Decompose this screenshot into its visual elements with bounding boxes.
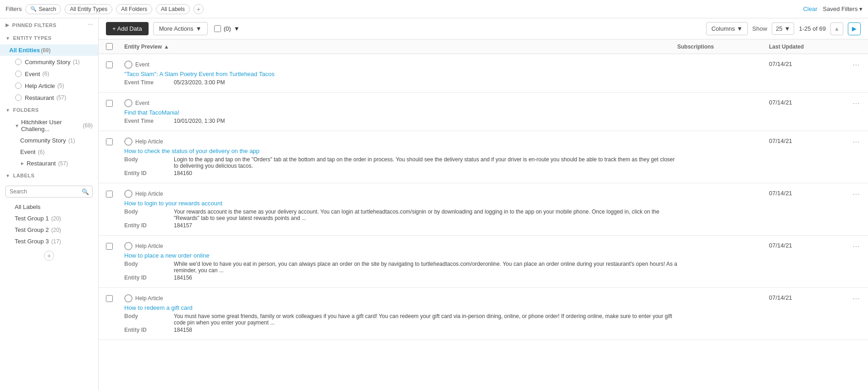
entity-meta: BodyLogin to the app and tap on the "Ord… xyxy=(124,156,677,176)
entity-types-header[interactable]: ▼ ENTITY TYPES xyxy=(0,32,98,44)
last-updated-cell: 07/14/21 xyxy=(769,137,842,144)
sidebar-item-help-article[interactable]: Help Article (5) xyxy=(0,80,98,92)
sidebar-item-community-story[interactable]: Community Story (1) xyxy=(0,56,98,68)
sidebar-label-item[interactable]: Test Group 1 (20) xyxy=(0,213,98,224)
meta-label: Body xyxy=(124,156,170,169)
entity-type-icon xyxy=(124,190,133,198)
more-actions-button[interactable]: More Actions ▼ xyxy=(153,22,208,35)
entity-type-icon xyxy=(15,82,22,89)
row-checkbox[interactable] xyxy=(106,295,113,302)
columns-button[interactable]: Columns ▼ xyxy=(706,22,747,35)
all-entity-types-pill[interactable]: All Entity Types xyxy=(65,4,112,14)
table-row: Help Article How to redeem a gift card B… xyxy=(99,288,868,340)
row-checkbox-area xyxy=(106,60,124,70)
row-actions-button[interactable]: ⋯ xyxy=(842,294,861,303)
entity-preview-cell: Help Article How to check the status of … xyxy=(124,137,677,176)
entity-title-link[interactable]: How to check the status of your delivery… xyxy=(124,148,677,154)
sidebar-folder-child-item[interactable]: Event (6) xyxy=(0,146,98,158)
entity-preview-cell: Event "Taco Slam": A Slam Poetry Event f… xyxy=(124,60,677,86)
sidebar-item-restaurant[interactable]: Restaurant (57) xyxy=(0,92,98,104)
table-row: Help Article How to place a new order on… xyxy=(99,236,868,288)
entity-type-label: Event xyxy=(135,100,149,106)
entity-preview-label: Entity Preview xyxy=(124,44,162,50)
show-label: Show xyxy=(752,25,768,32)
search-pill[interactable]: 🔍 Search xyxy=(25,4,61,14)
row-checkbox[interactable] xyxy=(106,191,113,198)
row-actions-button[interactable]: ⋯ xyxy=(842,190,861,198)
entity-preview-cell: Help Article How to redeem a gift card B… xyxy=(124,294,677,333)
bulk-select-checkbox[interactable] xyxy=(214,25,221,32)
add-data-button[interactable]: + Add Data xyxy=(106,22,149,35)
filters-label: Filters xyxy=(6,5,22,12)
row-actions-button[interactable]: ⋯ xyxy=(842,60,861,69)
add-filter-button[interactable]: + xyxy=(194,4,204,14)
show-select[interactable]: 25 ▼ xyxy=(772,22,794,35)
row-checkbox[interactable] xyxy=(106,61,113,68)
entity-type-badge: Help Article xyxy=(124,190,677,198)
content-toolbar: + Add Data More Actions ▼ (0) ▼ Columns … xyxy=(99,18,868,39)
clear-button[interactable]: Clear xyxy=(803,5,817,12)
filter-bar-right: Clear Saved Filters ▾ xyxy=(803,5,862,12)
header-checkbox[interactable] xyxy=(106,43,113,50)
entity-title-link[interactable]: Find that TacoMania! xyxy=(124,109,677,116)
sidebar-folder-child-item[interactable]: Community Story (1) xyxy=(0,135,98,146)
last-updated-cell: 07/14/21 xyxy=(769,60,842,67)
row-checkbox-area xyxy=(106,294,124,303)
entity-preview-cell: Help Article How to login to your reward… xyxy=(124,190,677,229)
entity-title-link[interactable]: How to login to your rewards account xyxy=(124,200,677,207)
meta-label: Entity ID xyxy=(124,222,170,229)
folder-expand-icon: ▼ xyxy=(15,123,19,128)
row-checkbox[interactable] xyxy=(106,100,113,107)
folders-header[interactable]: ▼ FOLDERS xyxy=(0,104,98,116)
row-checkbox[interactable] xyxy=(106,138,113,145)
row-checkbox[interactable] xyxy=(106,243,113,250)
entity-type-icon xyxy=(124,242,133,250)
entity-preview-column-header[interactable]: Entity Preview ▲ xyxy=(124,44,677,50)
meta-value: Your rewards account is the same as your… xyxy=(174,209,677,221)
saved-filters-button[interactable]: Saved Filters ▾ xyxy=(823,5,862,12)
sidebar-label-item[interactable]: All Labels xyxy=(0,201,98,213)
row-actions-button[interactable]: ⋯ xyxy=(842,137,861,146)
sidebar-folder-item[interactable]: ▼Hitchhiker User Challeng... (69) xyxy=(0,116,98,135)
meta-label: Body xyxy=(124,261,170,274)
sidebar-item-event[interactable]: Event (6) xyxy=(0,68,98,80)
folder-child-expand-icon: ► xyxy=(20,161,25,166)
entity-title-link[interactable]: How to redeem a gift card xyxy=(124,304,677,311)
meta-value: Login to the app and tap on the "Orders"… xyxy=(174,156,677,169)
meta-value: You must have some great friends, family… xyxy=(174,313,677,326)
all-labels-pill[interactable]: All Labels xyxy=(156,4,190,14)
entity-type-label: Help Article xyxy=(135,191,163,197)
meta-label: Entity ID xyxy=(124,275,170,281)
labels-header[interactable]: ▼ LABELS xyxy=(0,169,98,182)
entity-preview-cell: Help Article How to place a new order on… xyxy=(124,242,677,281)
table-row: Event Find that TacoMania! Event Time10/… xyxy=(99,93,868,131)
entity-title-link[interactable]: "Taco Slam": A Slam Poetry Event from Tu… xyxy=(124,71,677,77)
content-area: + Add Data More Actions ▼ (0) ▼ Columns … xyxy=(99,18,868,390)
sidebar-label-item[interactable]: Test Group 3 (17) xyxy=(0,236,98,247)
meta-label: Body xyxy=(124,209,170,221)
select-dropdown-icon[interactable]: ▼ xyxy=(234,25,240,32)
labels-search-input[interactable] xyxy=(6,186,93,198)
table-row: Help Article How to check the status of … xyxy=(99,131,868,183)
sidebar-item-all-entities[interactable]: All Entities (69) xyxy=(0,44,98,56)
table-row: Help Article How to login to your reward… xyxy=(99,183,868,236)
all-folders-pill[interactable]: All Folders xyxy=(116,4,152,14)
pagination-prev-button[interactable]: ▲ xyxy=(830,22,843,35)
header-checkbox-area xyxy=(106,43,124,50)
table-row: Event "Taco Slam": A Slam Poetry Event f… xyxy=(99,54,868,93)
row-actions-button[interactable]: ⋯ xyxy=(842,99,861,108)
search-pill-label: Search xyxy=(39,6,56,12)
entity-type-icon xyxy=(124,99,133,107)
subscriptions-column-header: Subscriptions xyxy=(677,44,769,50)
pinned-filters-header[interactable]: ▶ PINNED FILTERS ⋯ xyxy=(0,18,98,32)
add-label-button[interactable]: + xyxy=(0,247,98,264)
pinned-filters-label: PINNED FILTERS xyxy=(12,22,57,28)
entity-preview-sort-icon: ▲ xyxy=(164,44,169,50)
row-actions-button[interactable]: ⋯ xyxy=(842,242,861,251)
table-header-row: Entity Preview ▲ Subscriptions Last Upda… xyxy=(99,39,868,54)
sidebar-label-item[interactable]: Test Group 2 (20) xyxy=(0,224,98,236)
pagination-next-button[interactable]: ▶ xyxy=(848,22,861,35)
entity-title-link[interactable]: How to place a new order online xyxy=(124,252,677,259)
pinned-filters-more-icon[interactable]: ⋯ xyxy=(88,22,93,28)
sidebar-folder-child-item[interactable]: ►Restaurant (57) xyxy=(0,158,98,169)
